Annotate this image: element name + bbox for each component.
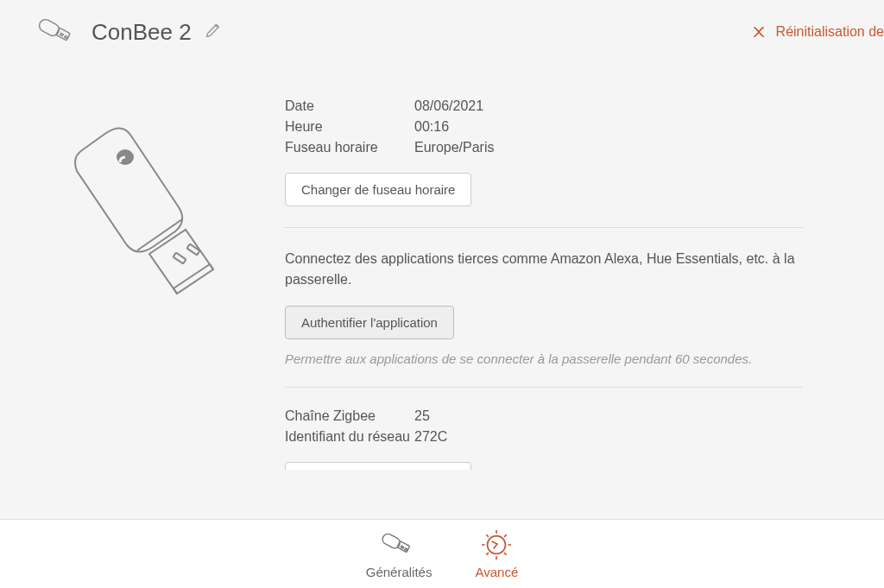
date-label: Date	[285, 98, 414, 114]
row-zigbee-channel: Chaîne Zigbee 25	[285, 408, 803, 424]
tz-value: Europe/Paris	[414, 140, 495, 155]
svg-rect-7	[381, 532, 401, 550]
row-date: Date 08/06/2021	[285, 98, 803, 114]
usb-dongle-large-icon	[47, 116, 246, 314]
network-id-value: 272C	[414, 429, 447, 445]
zigbee-section: Chaîne Zigbee 25 Identifiant du réseau 2…	[285, 387, 803, 470]
close-x-icon	[750, 23, 767, 41]
svg-rect-5	[174, 253, 186, 264]
svg-rect-3	[65, 35, 68, 38]
hour-value: 00:16	[414, 119, 449, 135]
auth-section: Connectez des applications tierces comme…	[285, 227, 803, 387]
usb-dongle-small-icon	[380, 528, 418, 561]
gear-icon	[480, 528, 513, 561]
content-area: Date 08/06/2021 Heure 00:16 Fuseau horai…	[0, 64, 884, 470]
bottom-tab-bar: Généralités Avancé	[0, 519, 884, 588]
usb-dongle-icon	[36, 17, 79, 47]
pencil-icon	[204, 21, 223, 40]
page-title: ConBee 2	[92, 19, 192, 46]
svg-rect-6	[187, 244, 200, 256]
svg-rect-10	[405, 548, 407, 551]
row-timezone: Fuseau horaire Europe/Paris	[285, 140, 803, 155]
svg-rect-2	[60, 33, 64, 35]
row-network-id: Identifiant du réseau 272C	[285, 429, 803, 445]
settings-column: Date 08/06/2021 Heure 00:16 Fuseau horai…	[285, 64, 820, 470]
auth-description: Connectez des applications tierces comme…	[285, 249, 803, 290]
auth-hint: Permettre aux applications de se connect…	[285, 351, 803, 366]
page-header: ConBee 2 Réinitialisation de	[0, 0, 884, 64]
hour-label: Heure	[285, 119, 414, 135]
reset-label: Réinitialisation de	[776, 24, 884, 40]
tab-advanced[interactable]: Avancé	[475, 528, 518, 579]
reset-button[interactable]: Réinitialisation de	[750, 23, 884, 41]
row-hour: Heure 00:16	[285, 119, 803, 135]
zigbee-channel-value: 25	[414, 408, 430, 424]
device-image-column	[35, 64, 259, 470]
tab-general[interactable]: Généralités	[366, 528, 433, 579]
edit-name-button[interactable]	[204, 21, 223, 43]
svg-rect-9	[401, 546, 403, 548]
header-left: ConBee 2	[36, 17, 223, 47]
change-zigbee-channel-button[interactable]: Changer de chaîne Zigbee	[285, 462, 471, 470]
network-id-label: Identifiant du réseau	[285, 429, 414, 445]
tab-advanced-label: Avancé	[475, 565, 518, 579]
svg-rect-0	[37, 17, 61, 38]
date-value: 08/06/2021	[414, 98, 483, 114]
time-section: Date 08/06/2021 Heure 00:16 Fuseau horai…	[285, 98, 803, 227]
tz-label: Fuseau horaire	[285, 140, 414, 155]
tab-general-label: Généralités	[366, 565, 433, 579]
change-timezone-button[interactable]: Changer de fuseau horaire	[285, 173, 471, 206]
authenticate-app-button[interactable]: Authentifier l'application	[285, 306, 454, 339]
zigbee-channel-label: Chaîne Zigbee	[285, 408, 414, 424]
